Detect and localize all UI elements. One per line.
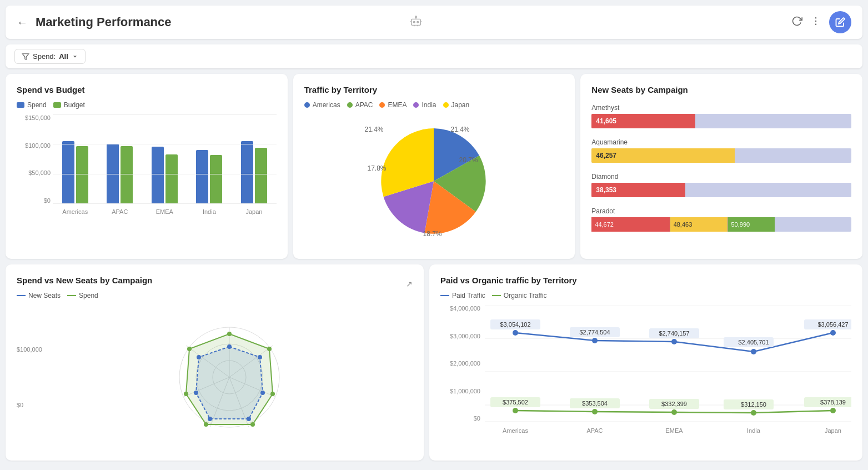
refresh-button[interactable]	[791, 16, 802, 29]
radar-wrapper: $100,000 $0	[17, 305, 413, 449]
svg-text:India: India	[747, 427, 761, 434]
radar-svg	[146, 311, 313, 444]
spend-filter-button[interactable]: Spend: All	[14, 49, 86, 64]
svg-point-59	[513, 408, 518, 413]
svg-text:$3,054,102: $3,054,102	[500, 321, 530, 328]
chevron-down-icon	[72, 53, 78, 60]
svg-point-4	[415, 16, 417, 17]
svg-text:$312,150: $312,150	[741, 401, 766, 408]
hbar-diamond: Diamond 38,353	[591, 173, 851, 197]
pie-label-emea: 18.7%	[423, 230, 441, 238]
line-chart-wrapper: $4,000,000 $3,000,000 $2,000,000 $1,000,…	[440, 305, 851, 438]
svg-text:Japan: Japan	[825, 427, 841, 434]
svg-point-9	[815, 17, 817, 18]
x-label-india: India	[187, 208, 232, 215]
svg-point-38	[197, 355, 201, 359]
spend-vs-new-seats-card: Spend vs New Seats by Campaign ↗ New Sea…	[6, 264, 424, 461]
organic-line-icon	[492, 295, 501, 296]
svg-point-24	[227, 332, 232, 336]
x-label-emea: EMEA	[142, 208, 187, 215]
svg-point-10	[815, 20, 817, 22]
svg-text:$3,056,427: $3,056,427	[817, 321, 848, 328]
line-y-axis: $4,000,000 $3,000,000 $2,000,000 $1,000,…	[440, 305, 484, 422]
legend-budget: Budget	[53, 101, 85, 109]
hbar-paradot: Paradot 44,672 48,463 50,990	[591, 207, 851, 232]
svg-point-27	[250, 422, 255, 427]
filter-label: Spend:	[33, 52, 56, 61]
hbar-fill-diamond: 38,353	[591, 183, 685, 197]
legend-india: India	[413, 101, 436, 109]
svg-text:$2,405,701: $2,405,701	[738, 339, 769, 346]
svg-point-45	[592, 338, 598, 343]
svg-text:$378,139: $378,139	[820, 399, 846, 406]
svg-point-47	[751, 349, 756, 354]
legend-japan: Japan	[443, 101, 470, 109]
svg-point-60	[592, 409, 598, 414]
svg-point-29	[184, 392, 188, 396]
hbar-track-paradot: 44,672 48,463 50,990	[591, 217, 851, 232]
budget-color	[53, 102, 61, 108]
svg-marker-12	[22, 53, 29, 59]
header: ← Marketing Performance	[6, 6, 862, 39]
pie-label-japan: 21.4%	[364, 126, 383, 133]
bottom-charts-grid: Spend vs New Seats by Campaign ↗ New Sea…	[6, 264, 862, 461]
spend-line-icon	[67, 295, 76, 296]
svg-point-30	[187, 347, 192, 351]
app-container: ← Marketing Performance	[0, 0, 868, 470]
new-seats-hbar-chart: Amethyst 41,605 Aquamarine 46,257	[591, 101, 851, 242]
x-label-japan: Japan	[232, 208, 277, 215]
svg-point-44	[513, 330, 518, 336]
legend-americas: Americas	[304, 101, 340, 109]
traffic-title: Traffic by Territory	[304, 85, 564, 94]
bar-chart-wrapper: $150,000 $100,000 $50,000 $0	[17, 114, 277, 215]
grid-lines	[53, 114, 277, 204]
svg-point-2	[417, 21, 418, 23]
filter-value: All	[59, 52, 68, 61]
hbar-fill-aquamarine: 46,257	[591, 148, 734, 163]
y-axis: $150,000 $100,000 $50,000 $0	[17, 114, 53, 204]
svg-point-37	[194, 391, 198, 395]
legend-emea: EMEA	[379, 101, 407, 109]
more-button[interactable]	[810, 16, 821, 29]
new-seats-card: New Seats by Campaign Amethyst 41,605 Aq…	[580, 74, 862, 259]
spend-color	[17, 102, 24, 108]
budget-label: Budget	[64, 101, 85, 109]
svg-point-33	[258, 355, 262, 359]
paid-organic-title: Paid vs Organic traffic by Territory	[440, 276, 851, 285]
legend-new-seats: New Seats	[17, 292, 61, 299]
hbar-track-amethyst: 41,605	[591, 114, 851, 128]
paid-organic-legend: Paid Traffic Organic Traffic	[440, 292, 851, 299]
legend-apac: APAC	[347, 101, 373, 109]
pie-label-apac: 20.7%	[459, 156, 478, 164]
traffic-by-territory-card: Traffic by Territory Americas APAC EMEA …	[293, 74, 575, 259]
back-button[interactable]: ←	[17, 16, 28, 29]
svg-marker-31	[196, 347, 263, 419]
line-chart-svg: $3,054,102 $2,774,504 $2,740,157 $2,405,…	[485, 305, 851, 438]
top-charts-grid: Spend vs Budget Spend Budget $150,000 $1…	[6, 74, 862, 259]
hbar-fill-amethyst: 41,605	[591, 114, 695, 128]
svg-point-36	[208, 417, 212, 421]
svg-text:$2,740,157: $2,740,157	[659, 330, 689, 337]
new-seats-title: New Seats by Campaign	[591, 85, 851, 94]
spend-vs-budget-legend: Spend Budget	[17, 101, 277, 109]
new-seats-line-icon	[17, 295, 26, 296]
svg-text:EMEA: EMEA	[665, 427, 683, 434]
svg-text:APAC: APAC	[586, 427, 603, 434]
expand-icon[interactable]: ↗	[406, 279, 413, 288]
pie-label-india: 17.8%	[367, 164, 386, 172]
svg-text:$353,504: $353,504	[582, 400, 608, 407]
traffic-legend: Americas APAC EMEA India Japan	[304, 101, 564, 109]
svg-point-11	[815, 23, 817, 25]
svg-point-32	[227, 344, 232, 349]
svg-rect-0	[411, 19, 420, 25]
spend-label: Spend	[27, 101, 47, 109]
spend-new-seats-header: Spend vs New Seats by Campaign ↗	[17, 276, 413, 292]
spend-new-seats-legend: New Seats Spend	[17, 292, 413, 299]
edit-button[interactable]	[829, 11, 851, 33]
svg-point-61	[671, 409, 677, 415]
legend-organic: Organic Traffic	[492, 292, 547, 299]
svg-point-25	[267, 347, 272, 351]
legend-spend: Spend	[17, 101, 47, 109]
radar-y-axis: $100,000 $0	[17, 322, 42, 433]
svg-point-1	[413, 21, 415, 23]
